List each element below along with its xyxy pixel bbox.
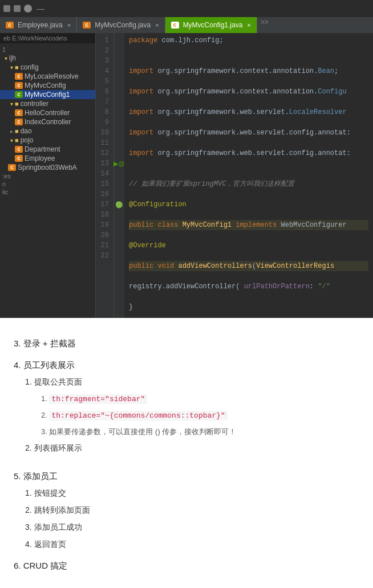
tree-item-mylocaleresolve[interactable]: c MyLocaleResolve bbox=[0, 72, 95, 81]
code-editor: 12345 678910 1112131415 1617181920 2122 … bbox=[96, 33, 373, 318]
doc-text-4-1-3: 3. 如果要传递参数，可以直接使用 () 传参，接收判断即可！ bbox=[41, 427, 236, 436]
tree-arrow-controller: ▾ bbox=[8, 101, 15, 107]
doc-text-5-3: 3. 添加员工成功 bbox=[25, 522, 82, 532]
gutter-blank bbox=[114, 210, 124, 220]
tab-overflow-arrow[interactable]: >> bbox=[257, 18, 272, 26]
nav-back-icon[interactable] bbox=[3, 5, 10, 12]
tree-item-mymvcconfig[interactable]: c MyMvcConfig bbox=[0, 81, 95, 90]
tree-arrow-dao: ▸ bbox=[8, 128, 15, 134]
tree-item-pojo[interactable]: ▾ ■ pojo bbox=[0, 136, 95, 145]
tree-label-department: Department bbox=[25, 145, 60, 153]
gutter-blank bbox=[114, 46, 124, 56]
tree-label-controller: controller bbox=[21, 100, 48, 108]
tab-employee-java[interactable]: c Employee.java × bbox=[0, 17, 77, 33]
tab-close-icon[interactable]: × bbox=[155, 22, 159, 28]
tree-item-config[interactable]: ▾ ■ config bbox=[0, 63, 95, 72]
doc-text-5-2: 2. 跳转到添加页面 bbox=[25, 505, 90, 514]
folder-icon: ■ bbox=[15, 128, 19, 134]
tree-item-1[interactable]: 1 bbox=[0, 46, 95, 54]
code-content[interactable]: package com.ljh.config; import org.sprin… bbox=[124, 33, 373, 318]
tree-arrow-pojo: ▾ bbox=[8, 137, 15, 144]
tab-mymvcconfig1-java[interactable]: c MyMvcConfig1.java × bbox=[165, 17, 257, 33]
doc-item-4-2: 2. 列表循环展示 bbox=[14, 442, 359, 455]
nav-forward-icon[interactable] bbox=[14, 5, 21, 12]
minus-icon[interactable]: — bbox=[37, 4, 44, 13]
doc-code-fragment: th:fragment="sidebar" bbox=[49, 394, 147, 404]
doc-item-3: 3. 登录 + 拦截器 bbox=[14, 336, 359, 351]
folder-icon: ■ bbox=[15, 64, 19, 71]
gutter-blank bbox=[114, 148, 124, 158]
doc-code-replace: th:replace="~{commons/commons::topbar}" bbox=[49, 411, 227, 420]
doc-item-4-1-2: 2. th:replace="~{commons/commons::topbar… bbox=[14, 409, 359, 422]
tree-item-dao[interactable]: ▸ ■ dao bbox=[0, 126, 95, 136]
tree-blank-es: :es bbox=[2, 173, 11, 179]
tree-item-springboot03weba[interactable]: c Springboot03WebA bbox=[0, 163, 95, 172]
tree-arrow-config: ▾ bbox=[8, 64, 15, 71]
doc-num-1: 1. bbox=[41, 394, 49, 403]
gutter-blank bbox=[114, 230, 124, 240]
c-icon-selected: c bbox=[15, 91, 23, 98]
tree-item-mymvcconfig1[interactable]: c MyMvcConfig1 bbox=[0, 90, 95, 99]
gutter-blank bbox=[114, 169, 124, 179]
tree-label-pojo: pojo bbox=[21, 136, 34, 144]
tree-label-mymvcconfig1: MyMvcConfig1 bbox=[25, 91, 70, 99]
gutter-blank bbox=[114, 76, 124, 87]
ide-main-area: eb E:\WorkNew\code\s 1 ▾ ljh ▾ ■ config … bbox=[0, 33, 373, 318]
doc-item-4-1: 1. 提取公共页面 bbox=[14, 375, 359, 389]
tab-label: MyMvcConfig.java bbox=[95, 21, 151, 29]
gutter-blank bbox=[114, 107, 124, 117]
gutter-blank bbox=[114, 87, 124, 97]
project-sidebar: eb E:\WorkNew\code\s 1 ▾ ljh ▾ ■ config … bbox=[0, 33, 96, 318]
c-icon: c bbox=[15, 73, 23, 80]
tree-item-lic: lic bbox=[0, 188, 95, 196]
settings-icon[interactable] bbox=[24, 5, 32, 13]
doc-item-5-3: 3. 添加员工成功 bbox=[14, 521, 359, 534]
tree-label-hellocontroller: HelloController bbox=[25, 109, 70, 117]
tree-item-department[interactable]: c Department bbox=[0, 145, 95, 154]
tree-item-employee[interactable]: c Employee bbox=[0, 154, 95, 163]
tab-c-icon: c bbox=[6, 22, 14, 28]
folder-icon: ■ bbox=[15, 100, 19, 107]
gutter-blank bbox=[114, 251, 124, 261]
doc-num-2: 2. bbox=[41, 411, 49, 419]
tab-label: Employee.java bbox=[18, 21, 63, 29]
doc-text-5: 5. 添加员工 bbox=[14, 471, 58, 481]
tree-item-hellocontroller[interactable]: c HelloController bbox=[0, 108, 95, 117]
tab-close-active-icon[interactable]: × bbox=[247, 22, 250, 28]
ide-top-bar: — bbox=[0, 0, 373, 17]
doc-item-6: 6. CRUD 搞定 bbox=[14, 558, 359, 573]
tree-item-controller[interactable]: ▾ ■ controller bbox=[0, 99, 95, 108]
doc-item-4-1-3: 3. 如果要传递参数，可以直接使用 () 传参，接收判断即可！ bbox=[14, 426, 359, 438]
gutter-icons: ▶@ 🟢 bbox=[114, 33, 124, 318]
c-icon: c bbox=[15, 109, 23, 116]
gutter-blank bbox=[114, 66, 124, 76]
gutter-blank bbox=[114, 35, 124, 46]
tree-item-ljh[interactable]: ▾ ljh bbox=[0, 54, 95, 63]
tab-close-icon[interactable]: × bbox=[67, 22, 71, 28]
doc-item-5-1: 1. 按钮提交 bbox=[14, 487, 359, 500]
tab-c-icon: c bbox=[83, 22, 91, 28]
doc-text-4: 4. 员工列表展示 bbox=[14, 360, 75, 370]
doc-text-5-1: 1. 按钮提交 bbox=[25, 488, 66, 497]
tree-label-indexcontroller: IndexController bbox=[25, 118, 71, 126]
tree-item-indexcontroller[interactable]: c IndexController bbox=[0, 117, 95, 126]
gutter-blank bbox=[114, 128, 124, 138]
doc-item-5: 5. 添加员工 bbox=[14, 469, 359, 484]
c-icon: c bbox=[15, 119, 23, 125]
gutter-blank bbox=[114, 220, 124, 230]
doc-item-5-2: 2. 跳转到添加页面 bbox=[14, 504, 359, 517]
tab-c-icon-active: c bbox=[171, 22, 179, 28]
doc-text-6: 6. CRUD 搞定 bbox=[14, 561, 67, 570]
gutter-blank bbox=[114, 179, 124, 189]
gutter-blank bbox=[114, 97, 124, 107]
gutter-run-icon[interactable]: ▶@ bbox=[114, 158, 124, 169]
doc-text-3: 3. 登录 + 拦截器 bbox=[14, 338, 76, 348]
gutter-blank bbox=[114, 56, 124, 66]
tab-mymvcconfig-java[interactable]: c MyMvcConfig.java × bbox=[77, 17, 165, 33]
c-icon: c bbox=[15, 155, 23, 162]
gutter-bean-icon[interactable]: 🟢 bbox=[114, 199, 124, 210]
gutter-blank bbox=[114, 189, 124, 199]
sidebar-tree: 1 ▾ ljh ▾ ■ config c MyLocaleResolve c bbox=[0, 43, 95, 198]
tree-label-employee: Employee bbox=[25, 154, 55, 162]
doc-text-4-2: 2. 列表循环展示 bbox=[25, 443, 82, 452]
